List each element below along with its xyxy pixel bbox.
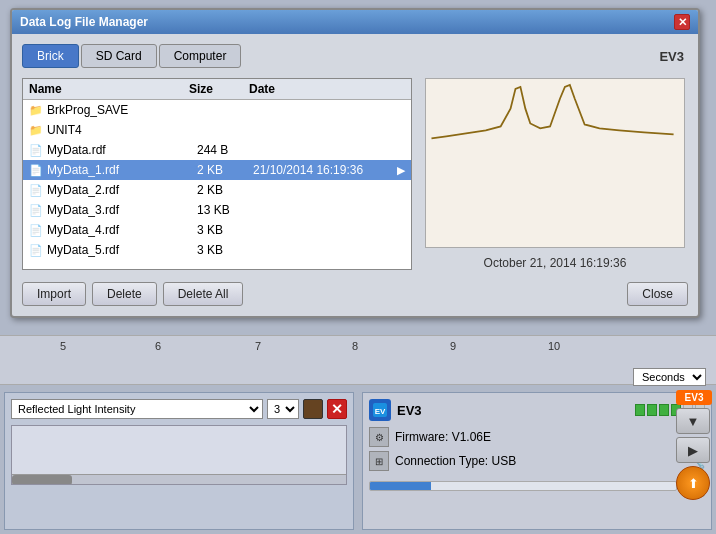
folder-icon: 📁: [29, 104, 43, 117]
svg-text:EV: EV: [375, 407, 386, 416]
ev3-icon: EV: [369, 399, 391, 421]
file-name: UNIT4: [47, 123, 197, 137]
list-item[interactable]: 📄 MyData.rdf 244 B: [23, 140, 411, 160]
tick-6: 6: [155, 340, 161, 352]
ev3-corner-label: EV3: [676, 390, 712, 405]
ev3-label: EV3: [659, 49, 684, 64]
file-name: MyData_3.rdf: [47, 203, 197, 217]
list-item[interactable]: 📁 BrkProg_SAVE: [23, 100, 411, 120]
ev3-header-row: EV EV3: [369, 399, 705, 421]
file-name: MyData.rdf: [47, 143, 197, 157]
file-size: 2 KB: [197, 183, 253, 197]
tick-9: 9: [450, 340, 456, 352]
ev3-name: EV3: [397, 403, 629, 418]
file-name: MyData_4.rdf: [47, 223, 197, 237]
delete-all-button[interactable]: Delete All: [163, 282, 244, 306]
file-icon: 📄: [29, 244, 43, 257]
port-select[interactable]: 3: [267, 399, 299, 419]
timeline-area: 5 6 7 8 9 10 Seconds: [0, 335, 716, 385]
firmware-label: Firmware:: [395, 430, 448, 444]
dialog-titlebar: Data Log File Manager ✕: [12, 10, 698, 34]
ev3-corner-nav: EV3 ▼ ▶ ⬆: [676, 390, 712, 500]
file-name: MyData_2.rdf: [47, 183, 197, 197]
file-list-container: Name Size Date 📁 BrkProg_SAVE 📁 UNIT4: [22, 78, 412, 270]
col-header-name: Name: [29, 82, 189, 96]
progress-bar-fill: [370, 482, 431, 490]
nav-center-button[interactable]: ⬆: [676, 466, 710, 500]
list-item[interactable]: 📄 MyData_4.rdf 3 KB: [23, 220, 411, 240]
tabs-row: Brick SD Card Computer EV3: [22, 44, 688, 68]
preview-chart: [425, 78, 685, 248]
tabs: Brick SD Card Computer: [22, 44, 241, 68]
connection-value: USB: [492, 454, 517, 468]
content-area: Name Size Date 📁 BrkProg_SAVE 📁 UNIT4: [22, 78, 688, 270]
remove-button[interactable]: ✕: [327, 399, 347, 419]
col-header-date: Date: [249, 82, 405, 96]
import-button[interactable]: Import: [22, 282, 86, 306]
tab-sdcard[interactable]: SD Card: [81, 44, 157, 68]
connection-icon: ⊞: [369, 451, 389, 471]
file-size: 3 KB: [197, 243, 253, 257]
sensor-row: Reflected Light Intensity 3 ✕: [11, 399, 347, 419]
list-item[interactable]: 📁 UNIT4: [23, 120, 411, 140]
close-button[interactable]: Close: [627, 282, 688, 306]
preview-area: October 21, 2014 16:19:36: [422, 78, 688, 270]
file-icon: 📄: [29, 144, 43, 157]
bottom-panel: Reflected Light Intensity 3 ✕ EV EV3: [0, 388, 716, 534]
tick-8: 8: [352, 340, 358, 352]
chart-svg: [426, 79, 684, 247]
seconds-select[interactable]: Seconds: [633, 368, 706, 386]
list-item[interactable]: 📄 MyData_2.rdf 2 KB: [23, 180, 411, 200]
file-name: MyData_5.rdf: [47, 243, 197, 257]
nav-play-button[interactable]: ▶: [676, 437, 710, 463]
file-size: 2 KB: [197, 163, 253, 177]
folder-icon: 📁: [29, 124, 43, 137]
battery-cell-2: [647, 404, 657, 416]
file-size: 13 KB: [197, 203, 253, 217]
list-item[interactable]: 📄 MyData_3.rdf 13 KB: [23, 200, 411, 220]
tab-computer[interactable]: Computer: [159, 44, 242, 68]
file-size: 3 KB: [197, 223, 253, 237]
connection-label: Connection Type:: [395, 454, 488, 468]
file-list: 📁 BrkProg_SAVE 📁 UNIT4 📄 MyData.rdf: [23, 100, 411, 260]
file-icon: 📄: [29, 224, 43, 237]
dialog-close-button[interactable]: ✕: [674, 14, 690, 30]
sensor-type-select[interactable]: Reflected Light Intensity: [11, 399, 263, 419]
file-icon: 📄: [29, 204, 43, 217]
list-item[interactable]: 📄 MyData_5.rdf 3 KB: [23, 240, 411, 260]
tab-brick[interactable]: Brick: [22, 44, 79, 68]
file-icon: 📄: [29, 184, 43, 197]
color-button[interactable]: [303, 399, 323, 419]
file-icon: 📄: [29, 164, 43, 177]
data-log-dialog: Data Log File Manager ✕ Brick SD Card Co…: [10, 8, 700, 318]
delete-button[interactable]: Delete: [92, 282, 157, 306]
nav-down-button[interactable]: ▼: [676, 408, 710, 434]
svg-rect-0: [427, 79, 684, 247]
timeline-controls: Seconds: [0, 368, 716, 386]
tick-10: 10: [548, 340, 560, 352]
tick-5: 5: [60, 340, 66, 352]
file-name: MyData_1.rdf: [47, 163, 197, 177]
scrollbar-thumb[interactable]: [12, 475, 72, 485]
firmware-icon: ⚙: [369, 427, 389, 447]
progress-bar: [369, 481, 677, 491]
right-bottom-panel: EV EV3 ⚙ Firmware: V1.06E ⊞ Connection T…: [362, 392, 712, 530]
col-header-size: Size: [189, 82, 249, 96]
dialog-body: Brick SD Card Computer EV3 Name Size Dat…: [12, 34, 698, 316]
battery-cell-3: [659, 404, 669, 416]
file-date: 21/10/2014 16:19:36: [253, 163, 397, 177]
horizontal-scrollbar[interactable]: [12, 474, 346, 484]
ev3-bottom-row: 🗄: [369, 475, 705, 497]
timeline-ruler: 5 6 7 8 9 10: [0, 336, 716, 366]
connection-row: ⊞ Connection Type: USB 🔧: [369, 451, 705, 471]
preview-timestamp: October 21, 2014 16:19:36: [484, 256, 627, 270]
file-size: 244 B: [197, 143, 253, 157]
firmware-value: V1.06E: [452, 430, 491, 444]
firmware-row: ⚙ Firmware: V1.06E: [369, 427, 705, 447]
battery-cell-1: [635, 404, 645, 416]
arrow-icon: ▶: [397, 164, 405, 177]
chart-placeholder: [11, 425, 347, 485]
tick-7: 7: [255, 340, 261, 352]
list-item[interactable]: 📄 MyData_1.rdf 2 KB 21/10/2014 16:19:36 …: [23, 160, 411, 180]
dialog-title: Data Log File Manager: [20, 15, 148, 29]
